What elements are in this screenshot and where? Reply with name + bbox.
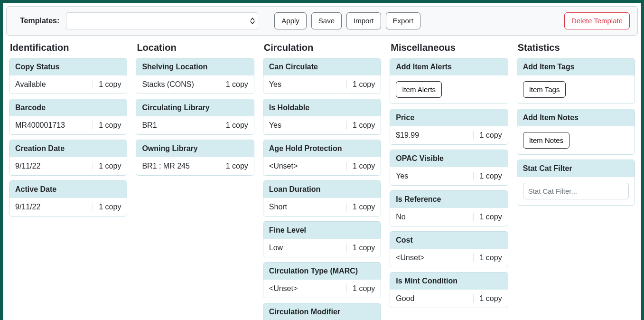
field-barcode[interactable]: Barcode MR400001713 1 copy [9,99,127,135]
copy-count: 1 copy [473,294,502,303]
copy-count: 1 copy [220,80,248,89]
field-active-date[interactable]: Active Date 9/11/22 1 copy [9,180,127,216]
copy-count: 1 copy [220,162,248,170]
copy-count: 1 copy [473,172,502,180]
field-label: Add Item Alerts [390,58,507,75]
import-button[interactable]: Import [346,12,381,29]
field-label: Circulating Library [136,99,253,116]
field-price[interactable]: Price $19.99 1 copy [390,109,508,145]
col-circulation: Circulation Can Circulate Yes 1 copy Is … [263,39,381,320]
field-owning-library[interactable]: Owning Library BR1 : MR 245 1 copy [136,140,254,176]
field-value: BR1 : MR 245 [142,162,215,170]
field-age-hold-protection[interactable]: Age Hold Protection <Unset> 1 copy [263,140,381,176]
col-title-identification: Identification [10,42,126,53]
col-miscellaneous: Miscellaneous Add Item Alerts Item Alert… [390,39,508,313]
templates-toolbar: Templates: Apply Save Import Export Dele… [6,6,638,36]
field-label: Creation Date [9,140,127,157]
field-value: Low [269,244,343,252]
field-value: Good [396,294,469,303]
field-add-item-alerts: Add Item Alerts Item Alerts [390,58,508,104]
field-label: Add Item Notes [517,109,635,126]
copy-count: 1 copy [346,203,375,211]
spinner-icon [250,18,255,24]
apply-button[interactable]: Apply [274,12,307,29]
field-label: Copy Status [9,58,127,75]
stat-cat-filter-input[interactable] [523,183,629,199]
field-label: Price [390,109,507,126]
field-add-item-tags: Add Item Tags Item Tags [517,58,635,104]
field-value: MR400001713 [15,121,89,130]
item-tags-button[interactable]: Item Tags [523,81,566,98]
field-label: Cost [390,232,507,249]
copy-count: 1 copy [346,162,375,170]
toolbar-buttons: Apply Save Import Export [274,12,420,29]
copy-count: 1 copy [93,80,121,89]
field-is-reference[interactable]: Is Reference No 1 copy [390,190,508,226]
field-is-holdable[interactable]: Is Holdable Yes 1 copy [263,99,381,135]
field-stat-cat-filter: Stat Cat Filter [517,160,635,206]
field-add-item-notes: Add Item Notes Item Notes [517,109,635,155]
save-button[interactable]: Save [311,12,342,29]
field-circulation-modifier[interactable]: Circulation Modifier <Unset> 1 copy [263,303,381,320]
field-value: <Unset> [396,254,469,262]
copy-count: 1 copy [220,121,248,130]
field-value: Yes [269,121,343,130]
field-value: Available [15,80,89,89]
field-value: Short [269,203,343,211]
col-title-statistics: Statistics [518,42,634,53]
field-label: Active Date [9,181,127,198]
copy-count: 1 copy [346,244,375,252]
copy-count: 1 copy [473,213,502,221]
copy-count: 1 copy [93,121,121,130]
copy-count: 1 copy [93,203,121,211]
field-creation-date[interactable]: Creation Date 9/11/22 1 copy [9,140,127,176]
copy-count: 1 copy [346,284,375,293]
field-label: Owning Library [136,140,253,157]
copy-count: 1 copy [473,254,502,262]
field-circulation-type-marc[interactable]: Circulation Type (MARC) <Unset> 1 copy [263,262,381,298]
field-value: Yes [396,172,469,180]
field-label: Age Hold Protection [263,140,381,157]
field-fine-level[interactable]: Fine Level Low 1 copy [263,221,381,257]
field-label: Is Holdable [263,99,381,116]
field-value: BR1 [142,121,215,130]
export-button[interactable]: Export [386,12,420,29]
copy-count: 1 copy [346,121,375,130]
field-label: Can Circulate [263,58,381,75]
field-label: Is Reference [390,191,507,208]
copy-count: 1 copy [473,131,502,140]
field-value: 9/11/22 [15,162,89,170]
templates-label: Templates: [20,17,59,25]
field-value: Stacks (CONS) [142,80,215,89]
field-value: No [396,213,469,221]
field-loan-duration[interactable]: Loan Duration Short 1 copy [263,180,381,216]
template-select[interactable] [66,12,258,29]
item-alerts-button[interactable]: Item Alerts [396,81,442,98]
item-notes-button[interactable]: Item Notes [523,132,570,149]
col-statistics: Statistics Add Item Tags Item Tags Add I… [517,39,635,210]
field-opac-visible[interactable]: OPAC Visible Yes 1 copy [390,150,508,186]
field-label: Fine Level [263,222,381,239]
field-shelving-location[interactable]: Shelving Location Stacks (CONS) 1 copy [136,58,254,94]
delete-template-button[interactable]: Delete Template [564,12,630,29]
field-is-mint-condition[interactable]: Is Mint Condition Good 1 copy [390,272,508,308]
field-label: Add Item Tags [517,58,635,75]
field-label: Is Mint Condition [390,273,507,290]
col-location: Location Shelving Location Stacks (CONS)… [136,39,254,180]
field-label: Stat Cat Filter [517,160,635,177]
field-circulating-library[interactable]: Circulating Library BR1 1 copy [136,99,254,135]
field-value: <Unset> [269,162,343,170]
field-value: Yes [269,80,343,89]
field-label: Circulation Type (MARC) [263,263,381,280]
field-label: Circulation Modifier [263,303,381,320]
field-value: $19.99 [396,131,469,140]
field-label: Loan Duration [263,181,381,198]
field-can-circulate[interactable]: Can Circulate Yes 1 copy [263,58,381,94]
col-title-location: Location [137,42,253,53]
field-cost[interactable]: Cost <Unset> 1 copy [390,231,508,267]
field-value: <Unset> [269,284,343,293]
field-label: Barcode [9,99,127,116]
field-label: OPAC Visible [390,150,507,167]
field-copy-status[interactable]: Copy Status Available 1 copy [9,58,127,94]
copy-count: 1 copy [93,162,121,170]
